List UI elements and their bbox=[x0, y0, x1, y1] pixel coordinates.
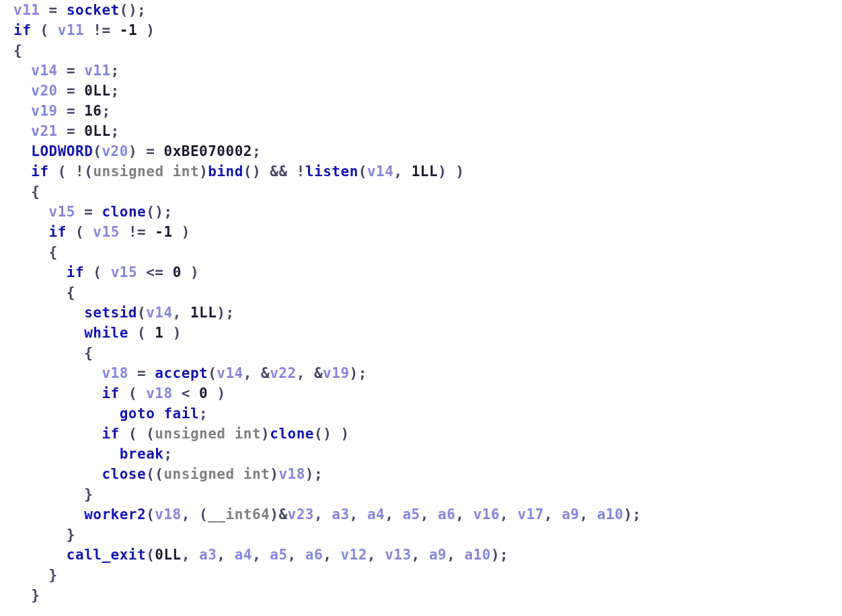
call-bind: bind bbox=[208, 163, 243, 180]
call-worker2: worker2 bbox=[84, 506, 146, 523]
var-v22: v22 bbox=[270, 365, 296, 381]
call-exit: call_exit bbox=[67, 547, 146, 563]
call-accept: accept bbox=[155, 365, 208, 381]
var-v14: v14 bbox=[31, 63, 57, 79]
var-v21: v21 bbox=[31, 123, 57, 139]
decompiled-code-block: v11 = socket(); if ( v11 != -1 ) { v14 =… bbox=[0, 0, 842, 605]
kw-while: while bbox=[84, 325, 128, 341]
var-v11: v11 bbox=[13, 2, 40, 18]
hex-literal: 0xBE070002 bbox=[164, 143, 252, 159]
macro-lodword: LODWORD bbox=[31, 143, 93, 159]
var-v15: v15 bbox=[49, 204, 75, 220]
type-unsigned: unsigned bbox=[93, 163, 163, 180]
kw-break: break bbox=[120, 446, 164, 462]
var-v12: v12 bbox=[340, 547, 367, 563]
var-v13: v13 bbox=[385, 547, 411, 563]
var-v19: v19 bbox=[31, 103, 57, 119]
var-v17: v17 bbox=[517, 506, 543, 523]
call-close: close bbox=[102, 466, 146, 482]
call-socket: socket bbox=[67, 2, 120, 18]
call-listen: listen bbox=[305, 163, 358, 180]
var-v20: v20 bbox=[31, 83, 57, 99]
var-v18: v18 bbox=[102, 365, 128, 381]
type-int64: __int64 bbox=[208, 506, 270, 523]
call-setsid: setsid bbox=[84, 305, 137, 321]
label-fail: fail bbox=[163, 406, 199, 422]
type-int: int bbox=[173, 163, 199, 180]
var-v16: v16 bbox=[473, 506, 500, 523]
brace-open: { bbox=[13, 42, 22, 59]
var-v23: v23 bbox=[288, 506, 314, 523]
kw-if: if bbox=[13, 22, 31, 38]
kw-goto: goto bbox=[120, 406, 155, 422]
call-clone: clone bbox=[102, 204, 146, 220]
